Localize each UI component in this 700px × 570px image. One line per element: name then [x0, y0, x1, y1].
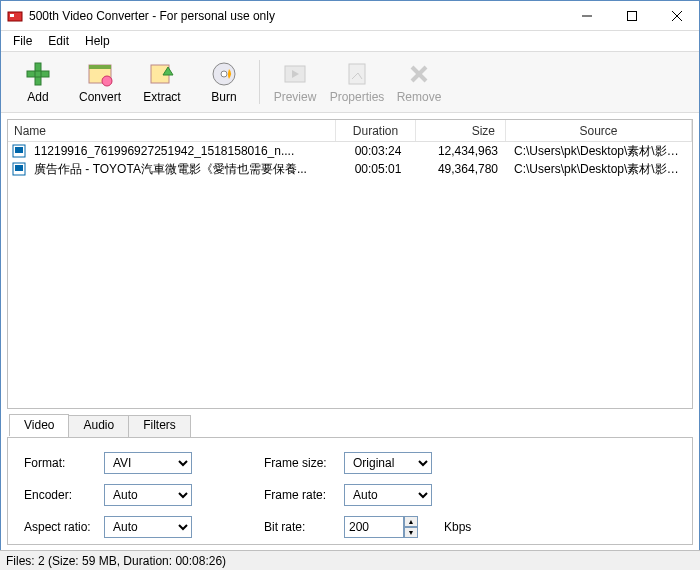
burn-icon	[210, 60, 238, 88]
format-select[interactable]: AVI	[104, 452, 192, 474]
tab-audio[interactable]: Audio	[68, 415, 129, 437]
cell-size: 12,434,963	[418, 144, 508, 158]
convert-icon	[86, 60, 114, 88]
bitrate-label: Bit rate:	[264, 520, 344, 534]
bitrate-unit: Kbps	[444, 520, 484, 534]
aspect-label: Aspect ratio:	[24, 520, 104, 534]
convert-label: Convert	[79, 90, 121, 104]
menu-edit[interactable]: Edit	[40, 32, 77, 50]
remove-label: Remove	[397, 90, 442, 104]
preview-icon	[281, 60, 309, 88]
extract-label: Extract	[143, 90, 180, 104]
settings-panel: Format: AVI Frame size: Original Encoder…	[7, 437, 693, 545]
list-rows: 11219916_761996927251942_1518158016_n...…	[8, 142, 692, 408]
settings-tabs: Video Audio Filters	[9, 414, 693, 436]
video-file-icon	[12, 162, 26, 176]
extract-button[interactable]: Extract	[131, 54, 193, 110]
format-label: Format:	[24, 456, 104, 470]
statusbar: Files: 2 (Size: 59 MB, Duration: 00:08:2…	[0, 550, 700, 570]
preview-label: Preview	[274, 90, 317, 104]
burn-label: Burn	[211, 90, 236, 104]
cell-name: 11219916_761996927251942_1518158016_n...…	[28, 144, 338, 158]
tab-video[interactable]: Video	[9, 414, 69, 436]
extract-icon	[148, 60, 176, 88]
header-duration[interactable]: Duration	[336, 120, 416, 141]
app-icon	[7, 8, 23, 24]
cell-size: 49,364,780	[418, 162, 508, 176]
remove-button[interactable]: Remove	[388, 54, 450, 110]
bitrate-up[interactable]: ▲	[404, 516, 418, 527]
convert-button[interactable]: Convert	[69, 54, 131, 110]
list-item[interactable]: 11219916_761996927251942_1518158016_n...…	[8, 142, 692, 160]
maximize-button[interactable]	[609, 1, 654, 30]
menu-help[interactable]: Help	[77, 32, 118, 50]
svg-point-12	[102, 76, 112, 86]
status-text: Files: 2 (Size: 59 MB, Duration: 00:08:2…	[6, 554, 226, 568]
svg-point-15	[221, 71, 227, 77]
window-title: 500th Video Converter - For personal use…	[29, 9, 564, 23]
titlebar: 500th Video Converter - For personal use…	[1, 1, 699, 31]
framesize-label: Frame size:	[264, 456, 344, 470]
bitrate-input[interactable]	[344, 516, 404, 538]
encoder-select[interactable]: Auto	[104, 484, 192, 506]
add-label: Add	[27, 90, 48, 104]
tab-filters[interactable]: Filters	[128, 415, 191, 437]
menu-file[interactable]: File	[5, 32, 40, 50]
encoder-label: Encoder:	[24, 488, 104, 502]
video-file-icon	[12, 144, 26, 158]
cell-name: 廣告作品 - TOYOTA汽車微電影《愛情也需要保養...	[28, 161, 338, 178]
aspect-select[interactable]: Auto	[104, 516, 192, 538]
list-header[interactable]: Name Duration Size Source	[8, 120, 692, 142]
svg-rect-7	[27, 71, 49, 77]
add-button[interactable]: Add	[7, 54, 69, 110]
header-size[interactable]: Size	[416, 120, 506, 141]
properties-icon	[343, 60, 371, 88]
cell-duration: 00:03:24	[338, 144, 418, 158]
svg-rect-24	[15, 165, 23, 171]
svg-rect-22	[15, 147, 23, 153]
minimize-button[interactable]	[564, 1, 609, 30]
svg-rect-3	[627, 11, 636, 20]
framerate-select[interactable]: Auto	[344, 484, 432, 506]
preview-button[interactable]: Preview	[264, 54, 326, 110]
cell-source: C:\Users\pk\Desktop\素材\影片...	[508, 143, 692, 160]
remove-icon	[405, 60, 433, 88]
framerate-label: Frame rate:	[264, 488, 344, 502]
svg-rect-1	[10, 14, 14, 17]
window-controls	[564, 1, 699, 30]
add-icon	[24, 60, 52, 88]
menubar: File Edit Help	[1, 31, 699, 51]
bitrate-down[interactable]: ▼	[404, 527, 418, 538]
burn-button[interactable]: Burn	[193, 54, 255, 110]
list-item[interactable]: 廣告作品 - TOYOTA汽車微電影《愛情也需要保養... 00:05:01 4…	[8, 160, 692, 178]
cell-source: C:\Users\pk\Desktop\素材\影片...	[508, 161, 692, 178]
toolbar: Add Convert Extract Burn Preview Propert…	[1, 51, 699, 113]
header-name[interactable]: Name	[8, 120, 336, 141]
header-source[interactable]: Source	[506, 120, 692, 141]
toolbar-separator	[259, 60, 260, 104]
close-button[interactable]	[654, 1, 699, 30]
cell-duration: 00:05:01	[338, 162, 418, 176]
framesize-select[interactable]: Original	[344, 452, 432, 474]
properties-button[interactable]: Properties	[326, 54, 388, 110]
properties-label: Properties	[330, 90, 385, 104]
svg-rect-11	[89, 65, 111, 69]
file-list[interactable]: Name Duration Size Source 11219916_76199…	[7, 119, 693, 409]
